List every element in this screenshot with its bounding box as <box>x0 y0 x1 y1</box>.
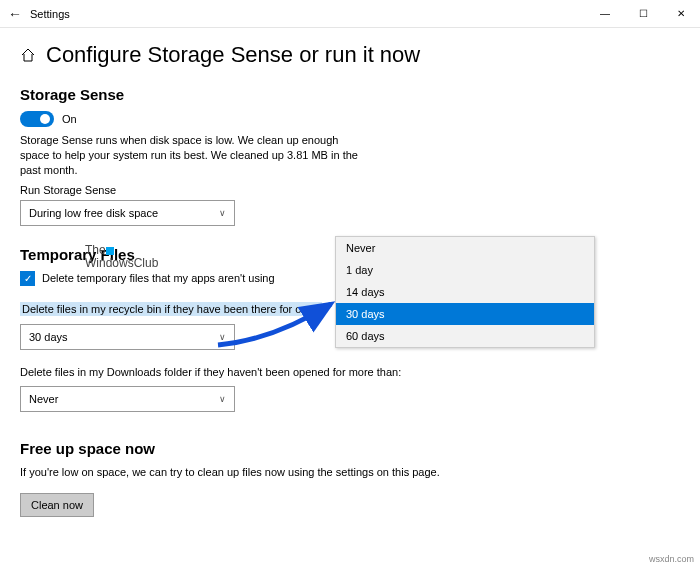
chevron-down-icon: ∨ <box>219 332 226 342</box>
dropdown-option-60days[interactable]: 60 days <box>336 325 594 347</box>
chevron-down-icon: ∨ <box>219 394 226 404</box>
page-title: Configure Storage Sense or run it now <box>46 42 420 68</box>
delete-temp-files-checkbox[interactable]: ✓ <box>20 271 35 286</box>
storage-sense-heading: Storage Sense <box>20 86 680 103</box>
combo-value: During low free disk space <box>29 207 158 219</box>
free-up-space-heading: Free up space now <box>20 440 680 457</box>
toggle-label: On <box>62 113 77 125</box>
dropdown-option-1day[interactable]: 1 day <box>336 259 594 281</box>
square-icon <box>106 247 114 255</box>
minimize-button[interactable]: — <box>586 0 624 28</box>
downloads-combo[interactable]: Never ∨ <box>20 386 235 412</box>
delete-temp-files-label: Delete temporary files that my apps aren… <box>42 272 275 284</box>
back-button[interactable]: ← <box>8 6 26 22</box>
recycle-bin-combo[interactable]: 30 days ∨ <box>20 324 235 350</box>
recycle-bin-dropdown[interactable]: Never 1 day 14 days 30 days 60 days <box>335 236 595 348</box>
watermark: The WindowsClub <box>85 244 158 270</box>
combo-value: 30 days <box>29 331 68 343</box>
chevron-down-icon: ∨ <box>219 208 226 218</box>
dropdown-option-30days[interactable]: 30 days <box>336 303 594 325</box>
close-button[interactable]: ✕ <box>662 0 700 28</box>
dropdown-option-14days[interactable]: 14 days <box>336 281 594 303</box>
free-up-space-description: If you're low on space, we can try to cl… <box>20 465 520 480</box>
downloads-label: Delete files in my Downloads folder if t… <box>20 366 680 378</box>
dropdown-option-never[interactable]: Never <box>336 237 594 259</box>
titlebar: ← Settings — ☐ ✕ <box>0 0 700 28</box>
window-title: Settings <box>30 8 586 20</box>
clean-now-button[interactable]: Clean now <box>20 493 94 517</box>
storage-sense-description: Storage Sense runs when disk space is lo… <box>20 133 360 178</box>
window-controls: — ☐ ✕ <box>586 0 700 28</box>
combo-value: Never <box>29 393 58 405</box>
run-storage-sense-label: Run Storage Sense <box>20 184 680 196</box>
run-storage-sense-combo[interactable]: During low free disk space ∨ <box>20 200 235 226</box>
footer-link: wsxdn.com <box>649 554 694 564</box>
home-icon[interactable] <box>20 47 36 63</box>
maximize-button[interactable]: ☐ <box>624 0 662 28</box>
storage-sense-toggle[interactable] <box>20 111 54 127</box>
